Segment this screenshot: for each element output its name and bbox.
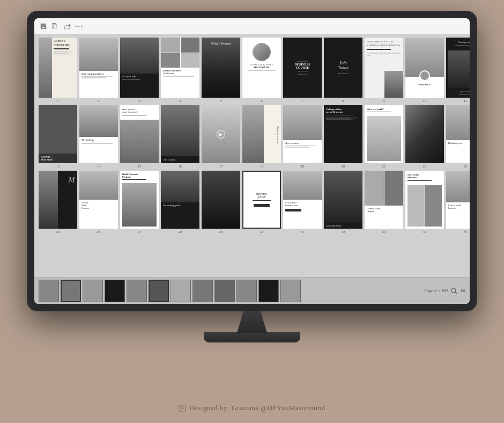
svg-point-1 — [78, 25, 80, 27]
slide-wrapper-25: M 25 — [39, 171, 77, 234]
svg-point-0 — [75, 25, 77, 27]
thumb-8[interactable] — [192, 280, 213, 302]
slide-33[interactable]: Connect andInspire — [365, 171, 403, 229]
slides-grid: AgencyStructure — [34, 34, 470, 277]
slide-16[interactable]: The Course — [161, 105, 199, 163]
slide-10[interactable]: Who am I? — [405, 38, 444, 98]
slide-3[interactable]: Scale up, your online business — [120, 38, 159, 98]
slide-number-34: 34 — [423, 230, 427, 234]
slide-29[interactable] — [202, 171, 240, 229]
slide-5[interactable]: What a Woman — [202, 38, 240, 98]
slide-32[interactable]: Growing story — [324, 171, 362, 229]
slide-1[interactable]: AgencyStructure — [39, 38, 77, 98]
slide-27[interactable]: Build PersonalPackage — [120, 171, 159, 229]
slide-wrapper-23: Building race 23 — [446, 105, 470, 169]
zoom-icon[interactable] — [451, 288, 457, 294]
slide-11[interactable]: Coming soon! online event Business story — [446, 38, 470, 98]
thumb-6[interactable] — [149, 280, 169, 302]
slide-number-25: 25 — [56, 230, 60, 234]
monitor: AgencyStructure — [27, 11, 477, 311]
slide-number-21: 21 — [382, 164, 386, 169]
slide-wrapper-7: Now Open BUSINESSCOURSE learn more 7 — [283, 38, 322, 103]
slide-13[interactable]: CanvasBusiness — [39, 105, 77, 163]
slides-row-1: AgencyStructure — [39, 38, 465, 103]
slide-number-10: 10 — [423, 99, 427, 103]
thumb-1[interactable] — [39, 280, 59, 302]
thumb-10[interactable] — [236, 280, 257, 302]
slide-number-1: 1 — [57, 99, 59, 103]
slide-28[interactable]: #branding guide — [161, 171, 199, 229]
slide-wrapper-22: 22 — [405, 105, 444, 169]
slide-number-14: 14 — [97, 164, 101, 169]
slide-number-13: 13 — [56, 164, 60, 169]
thumb-4[interactable] — [105, 280, 125, 302]
slide-6[interactable]: Business & more HELTROUDY — [242, 38, 281, 98]
more-icon[interactable] — [75, 23, 83, 30]
slide-wrapper-35: Live to buildbusiness 35 — [446, 171, 470, 234]
scene: AgencyStructure — [0, 0, 504, 423]
slide-wrapper-13: CanvasBusiness 13 — [39, 105, 77, 169]
slide-wrapper-3: Scale up, your online business 3 — [120, 38, 159, 103]
thumb-7[interactable] — [171, 280, 191, 302]
slide-wrapper-20: Taking onlinesocial & events 20 — [324, 105, 362, 169]
slide-number-19: 19 — [301, 164, 305, 169]
slide-number-18: 18 — [260, 164, 264, 169]
slide-number-16: 16 — [179, 164, 182, 169]
slide-18[interactable]: Leadership — [242, 105, 281, 163]
slide-30[interactable]: Welcome,friend! — [242, 171, 281, 229]
thumb-3[interactable] — [83, 280, 103, 302]
thumb-5[interactable] — [127, 280, 147, 302]
slide-2[interactable]: Our team members — [79, 38, 118, 98]
slide-number-7: 7 — [301, 99, 303, 103]
slides-area: AgencyStructure — [34, 34, 470, 304]
slide-wrapper-17: ▶ 17 — [202, 105, 240, 169]
slide-wrapper-32: Growing story 32 — [324, 171, 362, 234]
thumb-11[interactable] — [258, 280, 279, 302]
thumb-2[interactable] — [61, 280, 81, 302]
slide-wrapper-33: Connect andInspire 33 — [365, 171, 403, 234]
slide-34[interactable]: SuccessfulBusiness — [405, 171, 444, 229]
slide-wrapper-11: Coming soon! online event Business story — [446, 38, 470, 103]
slide-14[interactable]: Branding — [79, 105, 118, 163]
slide-7[interactable]: Now Open BUSINESSCOURSE learn more — [283, 38, 322, 98]
copyright: © Designed by: Graziana @DFYouMastermind — [179, 404, 325, 412]
slide-wrapper-19: New strategy 19 — [283, 105, 322, 169]
slide-number-22: 22 — [423, 164, 427, 169]
slide-35[interactable]: Live to buildbusiness — [446, 171, 470, 229]
share-icon[interactable] — [63, 23, 71, 30]
slide-wrapper-21: How we work? 21 — [365, 105, 403, 169]
slide-wrapper-31: Create yourbusiness now 31 — [283, 171, 322, 234]
slide-wrapper-2: Our team members 2 — [79, 38, 118, 103]
slide-wrapper-8: JoinToday subscribe now 8 — [324, 38, 362, 103]
slide-26[interactable]: CreateYourCourse — [79, 171, 118, 229]
fit-label: Fit — [461, 288, 465, 293]
slide-31[interactable]: Create yourbusiness now — [283, 171, 322, 229]
slide-number-23: 23 — [464, 164, 468, 169]
slide-25[interactable]: M — [39, 171, 77, 229]
slide-wrapper-5: What a Woman 5 — [202, 38, 240, 103]
thumb-9[interactable] — [214, 280, 235, 302]
svg-line-4 — [455, 292, 457, 294]
copy-icon[interactable] — [51, 23, 59, 30]
slide-21[interactable]: How we work? — [365, 105, 403, 163]
slide-17[interactable]: ▶ — [202, 105, 240, 163]
slide-23[interactable]: Building race — [446, 105, 470, 163]
slide-number-9: 9 — [383, 99, 385, 103]
slides-row-2: CanvasBusiness 13 — [39, 105, 465, 169]
slide-19[interactable]: New strategy — [283, 105, 322, 163]
slide-number-27: 27 — [138, 230, 142, 234]
slide-number-2: 2 — [98, 99, 100, 103]
slide-22[interactable] — [405, 105, 444, 163]
slide-15[interactable]: How sweet isyour journey? — [120, 105, 159, 163]
slide-number-28: 28 — [179, 230, 182, 234]
save-icon[interactable] — [40, 23, 47, 30]
slide-20[interactable]: Taking onlinesocial & events — [324, 105, 362, 163]
slide-4[interactable]: Online Business Conference — [161, 38, 199, 98]
slide-wrapper-1: AgencyStructure — [39, 38, 77, 103]
slide-9[interactable]: Daily begins yourvision & your business … — [365, 38, 403, 98]
thumb-12[interactable] — [280, 280, 301, 302]
slide-number-5: 5 — [220, 99, 222, 103]
slide-8[interactable]: JoinToday subscribe now — [324, 38, 362, 98]
slide-wrapper-14: Branding 14 — [79, 105, 118, 169]
slide-number-20: 20 — [342, 164, 345, 169]
